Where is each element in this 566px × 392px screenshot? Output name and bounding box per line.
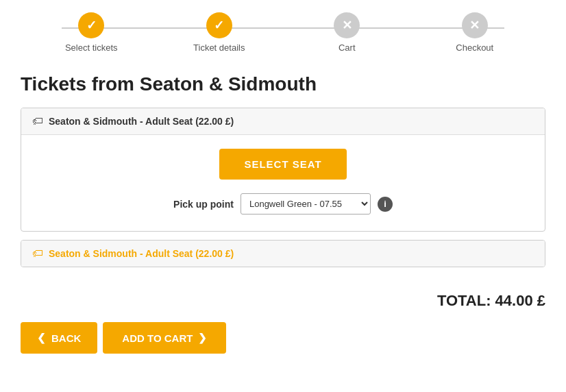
step-label-3: Cart	[339, 42, 356, 53]
add-to-cart-label: ADD TO CART	[122, 332, 193, 344]
total-row: TOTAL: 44.00 £	[0, 282, 566, 317]
step-circle-1: ✓	[78, 12, 104, 38]
ticket-card-1: 🏷 Seaton & Sidmouth - Adult Seat (22.00 …	[21, 108, 545, 232]
page-title: Tickets from Seaton & Sidmouth	[21, 73, 545, 95]
progress-bar: ✓ Select tickets ✓ Ticket details ✕ Cart…	[0, 0, 566, 60]
add-to-cart-arrow-icon	[198, 332, 207, 344]
step-label-4: Checkout	[456, 42, 493, 53]
back-label: BACK	[51, 332, 81, 344]
ticket-header-label-2: Seaton & Sidmouth - Adult Seat (22.00 £)	[49, 248, 234, 259]
back-arrow-icon	[37, 332, 46, 344]
step-checkout: ✕ Checkout	[411, 12, 539, 53]
add-to-cart-button[interactable]: ADD TO CART	[103, 322, 226, 354]
tag-icon-1: 🏷	[32, 115, 43, 127]
ticket-card-2: 🏷 Seaton & Sidmouth - Adult Seat (22.00 …	[21, 240, 545, 267]
tag-icon-2: 🏷	[32, 247, 43, 260]
step-cart: ✕ Cart	[283, 12, 411, 53]
select-seat-button[interactable]: SELECT SEAT	[219, 149, 346, 180]
step-circle-3: ✕	[334, 12, 360, 38]
ticket-body-1: SELECT SEAT Pick up point Longwell Green…	[21, 135, 545, 231]
info-icon[interactable]: i	[378, 197, 393, 212]
step-circle-2: ✓	[206, 12, 232, 38]
step-label-1: Select tickets	[65, 42, 118, 53]
pickup-row: Pick up point Longwell Green - 07.55 Bri…	[173, 193, 393, 215]
step-ticket-details: ✓ Ticket details	[156, 12, 284, 53]
pickup-label: Pick up point	[173, 199, 234, 210]
total-label: TOTAL: 44.00 £	[437, 292, 545, 309]
step-label-2: Ticket details	[193, 42, 245, 53]
ticket-header-1: 🏷 Seaton & Sidmouth - Adult Seat (22.00 …	[21, 108, 545, 135]
pickup-select[interactable]: Longwell Green - 07.55 Bristol - 08.00 B…	[241, 193, 371, 215]
step-circle-4: ✕	[462, 12, 488, 38]
step-select-tickets: ✓ Select tickets	[27, 12, 156, 53]
ticket-header-2: 🏷 Seaton & Sidmouth - Adult Seat (22.00 …	[21, 241, 545, 267]
back-button[interactable]: BACK	[21, 322, 97, 354]
ticket-header-label-1: Seaton & Sidmouth - Adult Seat (22.00 £)	[49, 116, 234, 127]
bottom-buttons: BACK ADD TO CART	[0, 317, 566, 367]
main-content: Tickets from Seaton & Sidmouth 🏷 Seaton …	[0, 60, 566, 282]
